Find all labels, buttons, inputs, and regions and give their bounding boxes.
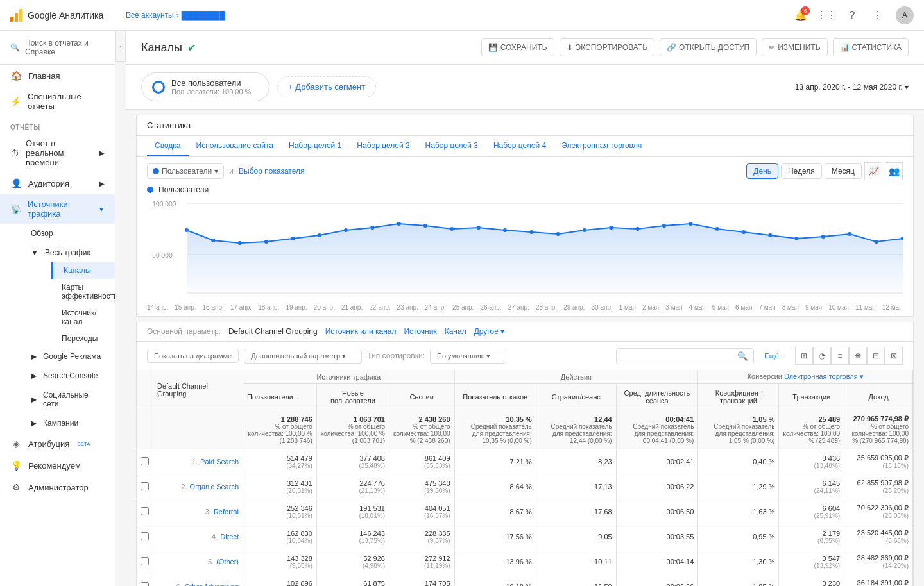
row-checkbox[interactable] xyxy=(137,474,153,499)
pie-view-button[interactable]: ◔ xyxy=(813,347,831,365)
th-conv-rate[interactable]: Коэффициент транзакций xyxy=(698,384,779,410)
metric-selector[interactable]: Пользователи ▾ xyxy=(147,163,224,179)
param-source-channel[interactable]: Источник или канал xyxy=(325,327,397,336)
row-checkbox[interactable] xyxy=(137,499,153,524)
svg-point-14 xyxy=(424,224,427,228)
show-chart-button[interactable]: Показать на диаграмме xyxy=(147,349,239,363)
sidebar-item-search-console[interactable]: ▶ Search Console xyxy=(21,366,115,385)
bar-chart-button[interactable]: 👥 xyxy=(885,162,903,180)
notification-badge: 6 xyxy=(801,6,810,15)
row-check-2[interactable] xyxy=(141,507,149,515)
row-check-4[interactable] xyxy=(141,557,149,565)
svg-point-30 xyxy=(848,232,851,236)
sidebar-item-special[interactable]: ⚡ Специальные отчеты xyxy=(0,87,115,116)
sidebar-item-all-traffic[interactable]: ▼ Весь трафик xyxy=(21,243,115,262)
row-check-0[interactable] xyxy=(141,457,149,465)
sidebar-item-realtime[interactable]: ⏱ Отчет в реальном времени ▶ xyxy=(0,133,115,172)
row-channel-0[interactable]: 1.Paid Search xyxy=(153,449,243,474)
tab-goals-1[interactable]: Набор целей 1 xyxy=(281,136,349,156)
row-channel-2[interactable]: 3.Referral xyxy=(153,499,243,524)
edit-button[interactable]: ✏ ИЗМЕНИТЬ xyxy=(762,38,827,56)
sidebar-item-treemap[interactable]: Карты эффективности xyxy=(51,279,115,305)
grid-view-button[interactable]: ⊞ xyxy=(795,347,813,365)
tab-summary[interactable]: Сводка xyxy=(147,136,189,156)
tab-ecommerce[interactable]: Электронная торговля xyxy=(554,136,649,156)
conversion-type-selector[interactable]: Электронная торговля ▾ xyxy=(784,373,864,380)
row-channel-5[interactable]: 6.Other Advertising xyxy=(153,574,243,587)
month-button[interactable]: Месяц xyxy=(825,163,862,179)
notifications-icon[interactable]: 🔔 6 xyxy=(793,8,809,23)
th-bounce[interactable]: Показатель отказов xyxy=(454,384,536,410)
row-sessions-4: 272 912 (11,19%) xyxy=(389,549,454,574)
add-segment-button[interactable]: + Добавить сегмент xyxy=(277,76,376,97)
th-duration[interactable]: Сред. длительность сеанса xyxy=(616,384,698,410)
row-checkbox[interactable] xyxy=(137,574,153,587)
pivot-view-button[interactable]: ⊠ xyxy=(885,347,903,365)
scatter-view-button[interactable]: ⁜ xyxy=(849,347,867,365)
row-channel-4[interactable]: 5.(Other) xyxy=(153,549,243,574)
sidebar-item-overview[interactable]: Обзор xyxy=(21,224,115,243)
date-range-selector[interactable]: 13 апр. 2020 г. - 12 мая 2020 г. ▾ xyxy=(795,83,909,92)
line-chart-button[interactable]: 📈 xyxy=(864,162,882,180)
account-selector[interactable]: Все аккаунты › ████████ xyxy=(126,11,793,20)
sidebar-item-source-channel[interactable]: Источник/канал xyxy=(51,305,115,330)
row-check-5[interactable] xyxy=(141,582,149,587)
table-search-submit[interactable]: 🔍 xyxy=(732,349,753,364)
sidebar-collapse-button[interactable]: ‹ xyxy=(116,31,126,62)
week-button[interactable]: Неделя xyxy=(781,163,822,179)
row-check-1[interactable] xyxy=(141,482,149,490)
help-icon[interactable]: ? xyxy=(844,8,860,23)
row-channel-1[interactable]: 2.Organic Search xyxy=(153,474,243,499)
row-checkbox[interactable] xyxy=(137,549,153,574)
bar-view-button[interactable]: ≡ xyxy=(831,347,849,365)
row-checkbox[interactable] xyxy=(137,524,153,549)
tab-goals-3[interactable]: Набор целей 3 xyxy=(418,136,486,156)
statistics-button[interactable]: 📊 СТАТИСТИКА xyxy=(833,38,909,56)
more-link[interactable]: Ещё... xyxy=(759,349,790,362)
additional-param-button[interactable]: Дополнительный параметр ▾ xyxy=(244,349,362,364)
sidebar-item-recommend[interactable]: 💡 Рекомендуем xyxy=(0,455,115,476)
th-revenue[interactable]: Доход xyxy=(844,384,913,410)
tab-site-usage[interactable]: Использование сайта xyxy=(189,136,282,156)
share-button[interactable]: 🔗 ОТКРЫТЬ ДОСТУП xyxy=(660,38,757,56)
param-default[interactable]: Default Channel Grouping xyxy=(228,327,318,336)
sidebar-item-social[interactable]: ▶ Социальные сети xyxy=(21,385,115,414)
th-pages-session[interactable]: Страниц/сеанс xyxy=(536,384,616,410)
export-button[interactable]: ⬆ ЭКСПОРТИРОВАТЬ xyxy=(560,38,654,56)
tab-goals-2[interactable]: Набор целей 2 xyxy=(349,136,417,156)
sidebar-item-traffic[interactable]: 📡 Источники трафика ▼ xyxy=(0,194,115,224)
param-source[interactable]: Источник xyxy=(404,327,436,336)
sidebar-item-home[interactable]: 🏠 Главная xyxy=(0,65,115,87)
param-channel[interactable]: Канал xyxy=(445,327,466,336)
more-options-icon[interactable]: ⋮ xyxy=(870,8,886,23)
table-search[interactable]: 🔍 xyxy=(616,348,754,364)
sidebar-item-campaigns[interactable]: ▶ Кампании xyxy=(21,414,115,433)
row-checkbox[interactable] xyxy=(137,449,153,474)
sidebar-item-audience[interactable]: 👤 Аудитория ▶ xyxy=(0,172,115,194)
sidebar-item-admin[interactable]: ⚙ Администратор xyxy=(0,476,115,498)
sort-type-selector[interactable]: По умолчанию ▾ xyxy=(430,349,506,364)
avatar[interactable]: A xyxy=(896,6,914,24)
table-view-button[interactable]: ⊟ xyxy=(867,347,885,365)
th-new-users[interactable]: Новые пользователи xyxy=(316,384,389,410)
sidebar-item-channels[interactable]: Каналы xyxy=(51,262,115,279)
segment-pill[interactable]: Все пользователи Пользователи: 100,00 % xyxy=(141,72,270,101)
choose-metric-link[interactable]: Выбор показателя xyxy=(239,167,304,176)
chart-svg: 100 000 50 000 xyxy=(147,197,903,299)
th-transactions[interactable]: Транзакции xyxy=(779,384,844,410)
th-sessions[interactable]: Сессии xyxy=(389,384,454,410)
sidebar-search[interactable]: 🔍 Поиск в отчетах и Справке xyxy=(0,31,115,65)
apps-icon[interactable]: ⋮⋮ xyxy=(819,8,834,23)
row-check-3[interactable] xyxy=(141,532,149,540)
sidebar-item-referrals[interactable]: Переходы xyxy=(51,330,115,347)
day-button[interactable]: День xyxy=(746,163,778,179)
param-other[interactable]: Другое ▾ xyxy=(474,327,504,336)
sidebar-item-google-ads[interactable]: ▶ Google Реклама xyxy=(21,347,115,366)
th-users[interactable]: Пользователи ↓ xyxy=(243,384,317,410)
th-group-actions: Действия xyxy=(454,370,698,384)
tab-goals-4[interactable]: Набор целей 4 xyxy=(486,136,554,156)
row-channel-3[interactable]: 4.Direct xyxy=(153,524,243,549)
save-button[interactable]: 💾 СОХРАНИТЬ xyxy=(481,38,554,56)
sidebar-item-attribution[interactable]: ◈ Атрибуция BETA xyxy=(0,433,115,455)
table-search-input[interactable] xyxy=(617,349,732,363)
